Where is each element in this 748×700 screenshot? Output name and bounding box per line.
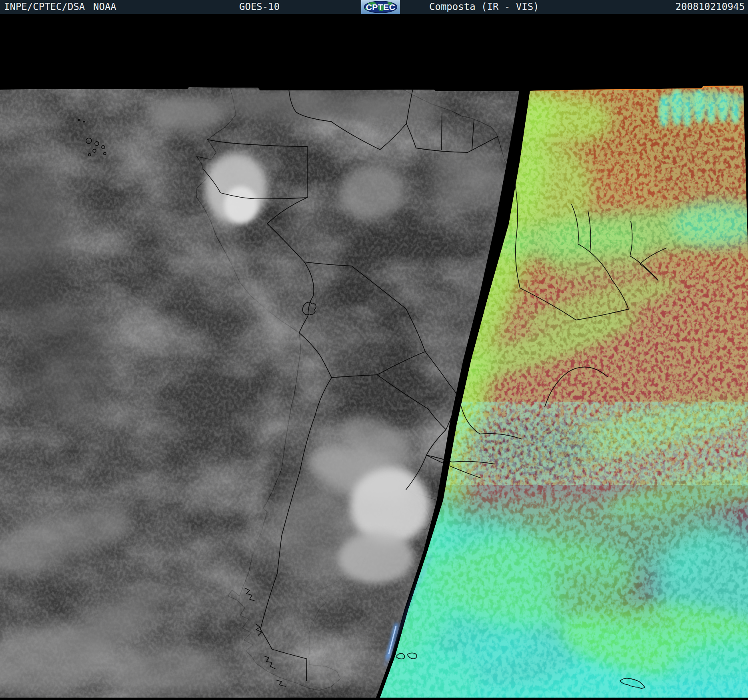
- agency-label: INPE/CPTEC/DSA: [4, 0, 85, 14]
- satellite-label: GOES-10: [239, 0, 280, 14]
- header-bar: INPE/CPTEC/DSA NOAA GOES-10 CPTEC Compos…: [0, 0, 748, 14]
- bottom-frame-strip: [0, 698, 748, 700]
- product-label: Composta (IR - VIS): [429, 0, 539, 14]
- satellite-product-window: INPE/CPTEC/DSA NOAA GOES-10 CPTEC Compos…: [0, 0, 748, 700]
- timestamp-label: 200810210945: [676, 0, 745, 14]
- satellite-image: [0, 0, 748, 700]
- cptec-logo: CPTEC: [361, 0, 400, 14]
- logo-text: CPTEC: [366, 2, 396, 12]
- noaa-label: NOAA: [93, 0, 116, 14]
- logo-globe-icon: CPTEC: [361, 0, 400, 14]
